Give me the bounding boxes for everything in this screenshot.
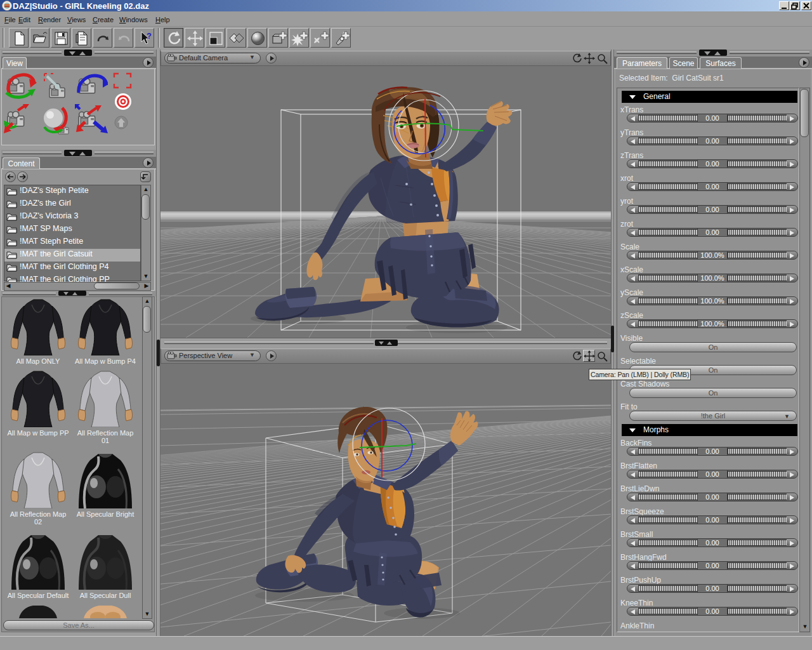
svg-text:?: ? [147,31,152,41]
